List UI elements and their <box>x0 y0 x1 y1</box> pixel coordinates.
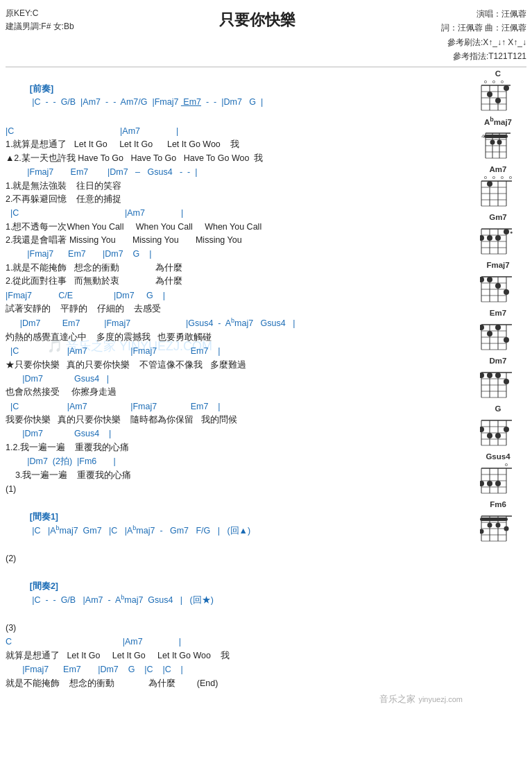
svg-point-119 <box>487 481 492 486</box>
chord-Gsus4: Gsus4 o <box>472 452 524 496</box>
svg-text:●: ● <box>510 230 513 234</box>
svg-point-54 <box>495 235 501 241</box>
s2-lyric2: 2.不再躲避回憶 任意的捕捉 <box>6 193 465 206</box>
svg-point-93 <box>495 373 501 378</box>
header-left: 原KEY:C 建議男調:F# 女:Bb <box>6 7 74 33</box>
s1-lyric2: ▲2.某一天也許我 Have To Go Have To Go Have To … <box>6 152 465 165</box>
section-3: |C |Am7 | 1.想不透每一次When You Call When You… <box>6 207 465 247</box>
svg-point-134 <box>504 527 509 531</box>
interlude-1: [間奏1] |C |Abmaj7 Gm7 |C |Abmaj7 - Gm7 F/… <box>6 497 465 551</box>
f2-chords: |Fmaj7 Em7 |Dm7 G |C |C | <box>6 663 465 676</box>
svg-point-104 <box>480 427 484 432</box>
header-right: 演唱：汪佩蓉 詞：汪佩蓉 曲：汪佩蓉 參考刷法:X↑_↓↑ X↑_↓ 參考指法:… <box>441 7 526 64</box>
svg-point-68 <box>504 289 509 295</box>
marker-1-text: (1) <box>6 483 465 496</box>
interlude-2-label: [間奏2] <box>30 581 58 591</box>
chorus-2c: |Dm7 (2拍) |Fm6 | 3.我一遍一遍 重覆我的心痛 <box>6 455 465 482</box>
intro-label: [前奏] <box>30 84 53 94</box>
chord-Gm7-name: Gm7 <box>489 213 507 221</box>
svg-text:o: o <box>501 79 504 84</box>
svg-text:o: o <box>484 79 487 84</box>
svg-text:o: o <box>492 175 495 180</box>
chorus-1: |C |Am7 |Fmaj7 Em7 | ★只要你快樂 真的只要你快樂 不管這像… <box>6 345 465 372</box>
c1b-chords: |Dm7 Gsus4 | <box>6 373 465 386</box>
chord-Gsus4-name: Gsus4 <box>486 452 510 461</box>
svg-point-107 <box>504 427 509 432</box>
song-body: [前奏] |C - - G/B |Am7 - - Am7/G |Fmaj7 Em… <box>6 69 470 706</box>
svg-point-78 <box>480 325 484 330</box>
f1-chords: C |Am7 | <box>6 635 465 649</box>
chord-C-name: C <box>495 69 501 78</box>
svg-text:o: o <box>501 175 504 180</box>
c2b-lyric1: 1.2.我一遍一遍 重覆我的心痛 <box>6 441 465 454</box>
marker-1: (1) <box>6 483 465 496</box>
final-2: |Fmaj7 Em7 |Dm7 G |C |C | 就是不能掩飾 想念的衝動 為… <box>6 663 465 690</box>
song-title: 只要你快樂 <box>74 7 441 31</box>
svg-point-65 <box>480 277 484 282</box>
c2b-chords: |Dm7 Gsus4 | <box>6 427 465 441</box>
c1b-lyric1: 也會欣然接受 你擦身走過 <box>6 386 465 399</box>
svg-point-12 <box>487 92 492 97</box>
marker-3-text: (3) <box>6 622 465 635</box>
s3-chords: |C |Am7 | <box>6 207 465 220</box>
chord-Abmaj7-grid: 4 <box>480 126 516 161</box>
intro-line: [前奏] |C - - G/B |Am7 - - Am7/G |Fmaj7 Em… <box>6 69 465 123</box>
svg-point-79 <box>487 331 492 336</box>
svg-point-106 <box>495 433 501 438</box>
intro-chords: |C - - G/B |Am7 - - Am7/G |Fmaj7 Em7 - -… <box>30 97 263 107</box>
svg-point-91 <box>480 373 484 378</box>
svg-rect-130 <box>480 518 508 521</box>
svg-point-27 <box>497 140 502 145</box>
lyricist: 詞：汪佩蓉 曲：汪佩蓉 <box>441 21 526 35</box>
svg-point-14 <box>504 85 509 91</box>
c2-chords: |C |Am7 |Fmaj7 Em7 | <box>6 400 465 413</box>
s2-chords: |Fmaj7 Em7 |Dm7 – Gsus4 - - | <box>6 166 465 179</box>
logo-url: yinyuezj.com <box>418 695 463 703</box>
strum1: 參考刷法:X↑_↓↑ X↑_↓ <box>441 35 526 49</box>
marker-3: (3) <box>6 622 465 635</box>
bottom-logo: 音乐之家 yinyuezj.com <box>6 693 465 706</box>
interlude-1-content: |C |Abmaj7 Gm7 |C |Abmaj7 - Gm7 F/G | (回… <box>30 526 250 536</box>
interlude-2-content: |C - - G/B |Am7 - Abmaj7 Gsus4 | (回★) <box>30 595 214 605</box>
chord-G-name: G <box>495 404 501 413</box>
chord-Fmaj7: Fmaj7 <box>472 261 524 305</box>
c2-lyric1: 我要你快樂 真的只要你快樂 隨時都為你保留 我的問候 <box>6 413 465 427</box>
section-1: |C |Am7 | 1.就算是想通了 Let It Go Let It Go L… <box>6 125 465 165</box>
s2-lyric1: 1.就是無法強裝 往日的笑容 <box>6 180 465 193</box>
final-1: C |Am7 | 就算是想通了 Let It Go Let It Go Let … <box>6 635 465 662</box>
chorus-1b: |Dm7 Gsus4 | 也會欣然接受 你擦身走過 <box>6 373 465 400</box>
chord-Abmaj7: Abmaj7 4 <box>472 116 524 162</box>
strum2: 參考指法:T121T121 <box>441 49 526 63</box>
interlude-1-label: [間奏1] <box>30 512 58 522</box>
marker-2-text: (2) <box>6 552 465 565</box>
chord-C: C o o o <box>472 69 524 112</box>
chord-Am7-grid: o o o o <box>480 174 516 209</box>
s4-lyric1: 1.就是不能掩飾 想念的衝動 為什麼 <box>6 262 465 275</box>
marker-2: (2) <box>6 552 465 565</box>
chord-Am7: Am7 o o o o <box>472 165 524 209</box>
s3-lyric1: 1.想不透每一次When You Call When You Call When… <box>6 221 465 234</box>
chord-Fm6: Fm6 <box>472 500 524 544</box>
svg-point-52 <box>480 235 484 241</box>
c2c-lyric1: 3.我一遍一遍 重覆我的心痛 <box>6 469 465 482</box>
f1-lyric1: 就算是想通了 Let It Go Let It Go Let It Go Woo… <box>6 649 465 662</box>
svg-point-94 <box>504 379 509 384</box>
svg-text:o: o <box>492 79 495 84</box>
chord-Gsus4-grid: o <box>480 461 516 496</box>
svg-text:o: o <box>509 175 512 180</box>
chord-Gm7-grid: ● <box>480 222 516 257</box>
s4-chords: |Fmaj7 Em7 |Dm7 G | <box>6 248 465 261</box>
s5-chords: |Fmaj7 C/E |Dm7 G | <box>6 289 465 302</box>
s5-lyric1: 試著安靜的 平靜的 仔細的 去感受 <box>6 302 465 316</box>
c1-chords: |C |Am7 |Fmaj7 Em7 | <box>6 345 465 358</box>
suggestion: 建議男調:F# 女:Bb <box>6 20 74 33</box>
chord-Fmaj7-grid <box>480 270 516 305</box>
chorus-2b: |Dm7 Gsus4 | 1.2.我一遍一遍 重覆我的心痛 <box>6 427 465 454</box>
svg-point-26 <box>490 140 495 145</box>
svg-point-118 <box>480 481 484 486</box>
s6-chords: |Dm7 Em7 |Fmaj7 |Gsus4 - Abmaj7 Gsus4 | <box>6 316 465 331</box>
s6-lyric1: 灼熱的感覺直達心中 多度的震撼我 也要勇敢觸碰 <box>6 331 465 344</box>
header: 原KEY:C 建議男調:F# 女:Bb 只要你快樂 演唱：汪佩蓉 詞：汪佩蓉 曲… <box>6 7 526 64</box>
svg-point-55 <box>504 229 509 234</box>
svg-text:o: o <box>484 175 487 180</box>
